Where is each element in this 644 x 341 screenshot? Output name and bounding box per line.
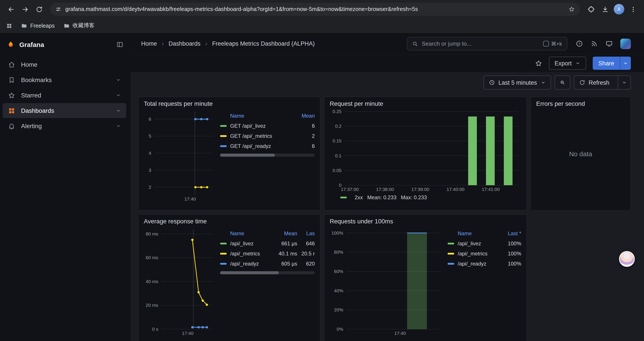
zoom-out-button[interactable] — [554, 76, 570, 90]
export-button[interactable]: Export — [549, 57, 586, 70]
bookmark-folder-freeleaps[interactable]: Freeleaps — [21, 23, 54, 29]
total-requests-chart[interactable]: 6543217:40 — [144, 109, 216, 202]
panel-title[interactable]: Errors per second — [536, 100, 625, 107]
svg-text:17:37:00: 17:37:00 — [341, 187, 359, 192]
profile-button[interactable] — [612, 3, 626, 16]
series-color-swatch — [220, 125, 227, 127]
back-button[interactable] — [4, 3, 18, 16]
caret-down-icon — [575, 61, 580, 66]
favorite-dashboard-button[interactable] — [535, 60, 542, 67]
legend-col-name[interactable]: Name — [448, 230, 498, 237]
apps-shortcut[interactable] — [6, 23, 12, 29]
sidebar-item-dashboards[interactable]: Dashboards — [3, 103, 126, 118]
panel-title[interactable]: Requests under 100ms — [330, 218, 521, 225]
caret-down-icon — [540, 80, 546, 85]
chevron-down-icon[interactable] — [116, 93, 121, 98]
panel-total-requests: Total requests per minute 6543217:40 Nam… — [138, 97, 320, 211]
bookmark-folder-label: Freeleaps — [30, 23, 54, 29]
reload-icon — [35, 6, 43, 13]
bookmark-folder-blogs[interactable]: 收藏博客 — [63, 22, 94, 30]
legend-col-last[interactable]: Last * — [498, 230, 521, 237]
svg-text:2: 2 — [148, 185, 151, 190]
legend-row[interactable]: /api/_metrics 100% — [448, 248, 521, 258]
downloads-button[interactable] — [598, 3, 612, 16]
refresh-button[interactable]: Refresh — [574, 76, 614, 89]
legend-col-mean[interactable]: Mean — [292, 113, 315, 119]
sidebar-item-alerting[interactable]: Alerting — [3, 119, 126, 133]
panel-row-1: Total requests per minute 6543217:40 Nam… — [138, 97, 631, 211]
refresh-icon — [579, 80, 585, 86]
legend-row[interactable]: /api/_readyz 100% — [448, 258, 521, 269]
request-per-minute-chart[interactable]: 0.250.20.150.10.05017:37:0017:38:0017:39… — [330, 109, 521, 192]
bookmark-star-icon[interactable] — [568, 6, 575, 12]
url-bar[interactable]: grafana.mathmast.com/d/deytv4rwavabkb/fr… — [50, 3, 580, 16]
assistant-avatar[interactable] — [619, 251, 635, 267]
extensions-button[interactable] — [584, 3, 598, 16]
legend-inline: 2xx Mean: 0.233 Max: 0.233 — [330, 192, 521, 203]
breadcrumb-dashboards[interactable]: Dashboards — [168, 40, 200, 47]
sidebar-item-starred[interactable]: Starred — [3, 88, 126, 103]
url-text: grafana.mathmast.com/d/deytv4rwavabkb/fr… — [65, 6, 565, 12]
search-input[interactable]: Search or jump to... ⌘+k — [407, 37, 567, 51]
average-response-time-chart[interactable]: 80 ms60 ms40 ms20 ms0 s17:40 — [144, 226, 216, 336]
legend-row[interactable]: /api/_metrics 40.1 ms 20.5 r — [220, 248, 315, 258]
forward-button[interactable] — [18, 3, 32, 16]
legend-horizontal-scrollbar[interactable] — [220, 154, 315, 157]
refresh-button-group: Refresh — [574, 76, 631, 90]
user-avatar[interactable] — [620, 38, 631, 49]
chevron-down-icon[interactable] — [116, 123, 121, 129]
time-range-picker[interactable]: Last 5 minutes — [484, 76, 551, 90]
legend-row[interactable]: /api/_livez 661 µs 646 — [220, 238, 315, 248]
breadcrumb-home[interactable]: Home — [141, 40, 157, 47]
chevron-down-icon[interactable] — [116, 108, 121, 113]
legend-row[interactable]: GET /api/_readyz 6 — [220, 141, 315, 151]
svg-text:20 ms: 20 ms — [146, 303, 158, 308]
share-button[interactable]: Share — [593, 57, 620, 70]
svg-text:0.05: 0.05 — [332, 168, 342, 173]
share-caret-button[interactable] — [620, 57, 631, 70]
legend-table: Name Mean GET /api/_livez 6 — [220, 109, 315, 202]
series-name[interactable]: 2xx — [355, 194, 363, 201]
browser-menu-button[interactable] — [626, 3, 640, 16]
svg-text:0.25: 0.25 — [332, 109, 342, 114]
legend-col-last[interactable]: Las — [297, 230, 315, 237]
sidebar-toggle-button[interactable] — [116, 41, 124, 48]
refresh-interval-button[interactable] — [618, 76, 630, 89]
svg-text:60%: 60% — [334, 269, 343, 274]
svg-text:5: 5 — [148, 133, 151, 138]
svg-text:0%: 0% — [337, 326, 343, 331]
sidebar-item-home[interactable]: Home — [3, 57, 126, 72]
svg-text:17:41:00: 17:41:00 — [482, 187, 500, 192]
help-button[interactable]: ? — [576, 40, 583, 47]
legend-row[interactable]: /api/_readyz 605 µs 620 — [220, 258, 315, 269]
breadcrumb-separator: › — [162, 40, 164, 47]
panel-title[interactable]: Request per minute — [330, 100, 521, 107]
scrollbar-thumb[interactable] — [220, 154, 275, 157]
panel-title[interactable]: Total requests per minute — [144, 100, 315, 107]
news-button[interactable] — [590, 40, 598, 47]
svg-text:6: 6 — [148, 117, 151, 122]
search-icon — [412, 41, 418, 47]
scrollbar-thumb[interactable] — [220, 271, 279, 274]
panel-title[interactable]: Average response time — [144, 218, 315, 225]
display-button[interactable] — [606, 40, 613, 47]
svg-text:?: ? — [578, 42, 580, 46]
legend-row[interactable]: GET /api/_metrics 2 — [220, 131, 315, 141]
clock-icon — [489, 80, 495, 86]
sidebar-item-bookmarks[interactable]: Bookmarks — [3, 72, 126, 87]
reload-button[interactable] — [32, 3, 46, 16]
share-button-group: Share — [593, 57, 631, 70]
legend-row[interactable]: /api/_livez 100% — [448, 238, 521, 248]
dashboards-grid-icon — [8, 107, 15, 114]
person-icon — [616, 7, 622, 12]
header-icons: ? — [576, 38, 631, 49]
legend-row[interactable]: GET /api/_livez 6 — [220, 121, 315, 131]
legend-col-mean[interactable]: Mean — [274, 230, 297, 237]
requests-under-100ms-chart[interactable]: 100%80%60%40%20%0%17:40 — [330, 226, 443, 336]
legend-col-name[interactable]: Name — [220, 113, 292, 119]
dashboard-actions: Export Share — [131, 55, 644, 72]
chevron-down-icon[interactable] — [116, 77, 121, 83]
legend-horizontal-scrollbar[interactable] — [220, 271, 315, 274]
legend-col-name[interactable]: Name — [220, 230, 274, 237]
brand-row: Grafana — [0, 33, 131, 55]
